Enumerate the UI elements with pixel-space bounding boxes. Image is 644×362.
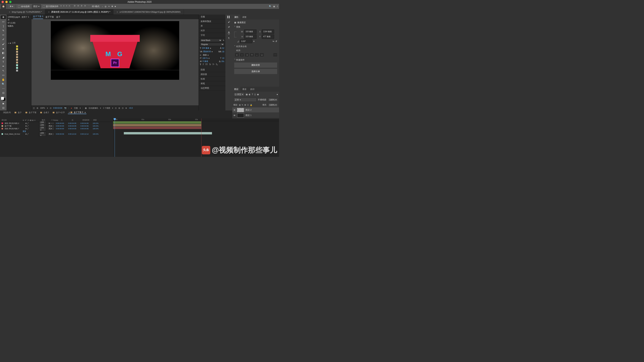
- 3d-icon[interactable]: ✦: [108, 5, 110, 8]
- flip-v-icon[interactable]: ⇵: [276, 40, 277, 43]
- proj-item[interactable]: [6, 53, 31, 56]
- doc-tab[interactable]: ×timg-9.jpeg @ 71.6%(RGB/8#) *: [6, 9, 45, 15]
- panel-brush[interactable]: 画笔: [199, 81, 226, 86]
- select-subject-button[interactable]: 选择主体: [234, 69, 277, 74]
- proj-item[interactable]: [6, 51, 31, 53]
- hand-tool[interactable]: ✋: [0, 78, 6, 82]
- view-icon[interactable]: ▦: [85, 107, 87, 109]
- align-icon[interactable]: ⊪: [81, 5, 83, 9]
- lock-icon[interactable]: ☐: [247, 104, 249, 106]
- font-style[interactable]: Regular: [200, 43, 224, 46]
- proj-item[interactable]: [6, 48, 31, 51]
- icon[interactable]: ⊡: [122, 107, 124, 109]
- 3d-icon[interactable]: ⬦: [102, 5, 103, 8]
- remove-bg-button[interactable]: 删除背景: [234, 63, 277, 68]
- canvas[interactable]: M G Pr: [51, 21, 179, 70]
- filter-icon[interactable]: ◻: [254, 93, 256, 96]
- bc-item[interactable]: 盒子下落 3: [33, 15, 43, 19]
- eyedropper-tool[interactable]: ✐: [0, 38, 6, 41]
- tl-layer[interactable]: 重置: [0, 130, 113, 133]
- more-icon[interactable]: ⋯: [273, 53, 277, 57]
- filter-toggle[interactable]: ●: [276, 93, 278, 96]
- layer-dropdown[interactable]: 图层 ▾: [32, 5, 41, 9]
- filter-icon[interactable]: ◐: [249, 93, 251, 96]
- lock-icon[interactable]: ⊞: [239, 104, 240, 106]
- proj-item[interactable]: [6, 64, 31, 67]
- res-icon[interactable]: ⊡: [50, 107, 51, 109]
- kind-filter[interactable]: Q 类型 ▾: [234, 92, 244, 97]
- lock-icon[interactable]: ✎: [242, 104, 243, 106]
- flip-h-icon[interactable]: ⇋: [272, 40, 274, 43]
- align-icon[interactable]: ⊪: [84, 5, 86, 9]
- gradient-tool[interactable]: ◢: [0, 55, 6, 59]
- crop-tool[interactable]: ✂: [0, 33, 6, 37]
- proj-item[interactable]: [6, 59, 31, 61]
- project-header[interactable]: ▸ ◆ 注释: [6, 41, 31, 45]
- layer-row[interactable]: 👁 图层 1: [232, 113, 279, 118]
- panel-paint[interactable]: 绘画: [199, 77, 226, 81]
- close-icon[interactable]: [2, 1, 4, 3]
- icon[interactable]: ⊕: [125, 107, 127, 109]
- track[interactable]: [113, 132, 279, 135]
- proj-item[interactable]: [6, 61, 31, 64]
- tl-tab[interactable]: × 盒子下落 3 ≡: [68, 111, 86, 114]
- track[interactable]: [113, 121, 279, 124]
- timecode[interactable]: 0:00:03:04: [53, 107, 62, 109]
- para-icon[interactable]: ¶: [228, 37, 230, 39]
- shape-tool[interactable]: ▭: [0, 73, 6, 77]
- zoom[interactable]: 100%: [40, 107, 45, 109]
- tab-adjust[interactable]: 调整: [240, 15, 248, 20]
- eraser-tool[interactable]: ◧: [0, 51, 6, 55]
- panel-para[interactable]: 段落: [199, 68, 226, 72]
- path-tool[interactable]: ↖: [0, 69, 6, 73]
- fill[interactable]: 100% ▾: [268, 103, 278, 107]
- align-middle-icon[interactable]: ⫠: [255, 53, 259, 57]
- move-tool[interactable]: ✥: [0, 15, 6, 19]
- 3d-icon[interactable]: ◍: [105, 5, 106, 8]
- align-bottom-icon[interactable]: ⊔: [260, 53, 264, 57]
- show-transform[interactable]: 显示变换控件: [42, 5, 60, 9]
- time-ruler[interactable]: 00s 01s 02s 03s: [113, 119, 279, 121]
- panel-audio[interactable]: 音频: [199, 15, 226, 19]
- grid-icon[interactable]: ⊞: [36, 107, 38, 109]
- eye-icon[interactable]: 👁: [234, 114, 236, 117]
- align-icon[interactable]: ≡: [68, 5, 70, 9]
- doc-tab[interactable]: ×屏幕快照 2020-04-17 11.06.42.png @ 100% (图层…: [45, 9, 114, 15]
- layer-row[interactable]: 👁 图层 2: [232, 107, 279, 113]
- auto-select[interactable]: 自动选择:: [17, 5, 31, 9]
- share-icon[interactable]: ⇧: [276, 5, 278, 8]
- tl-layer[interactable]: Dust_Wave_02.mov⊕ ╱正常 ▾无 ▾0:00:00:090:00…: [0, 133, 113, 135]
- brush-icon[interactable]: 🖌: [228, 21, 230, 23]
- bc-item[interactable]: 盒子下落: [46, 16, 54, 19]
- more-tools[interactable]: ⋯: [0, 87, 6, 90]
- bc-item[interactable]: 盒子: [56, 16, 60, 19]
- align-top-icon[interactable]: ⊓: [250, 53, 254, 57]
- align-icon[interactable]: ⊪: [78, 5, 79, 9]
- align-center-icon[interactable]: ⫟: [240, 53, 244, 57]
- more-icon[interactable]: ⋯: [88, 5, 90, 9]
- 3d-icon[interactable]: ■: [114, 5, 116, 8]
- home-button[interactable]: 🏠: [1, 4, 6, 9]
- link-icon[interactable]: [234, 32, 236, 37]
- zoom-tool[interactable]: 🔍: [0, 82, 6, 86]
- panel-align[interactable]: 对齐: [199, 28, 226, 33]
- track[interactable]: [113, 124, 279, 127]
- brush-tool[interactable]: 🖌: [0, 42, 6, 46]
- frame-icon[interactable]: ▣: [273, 5, 275, 8]
- align-icon[interactable]: ≡: [66, 5, 67, 9]
- snapshot-icon[interactable]: ◫: [33, 107, 35, 109]
- proj-item[interactable]: [6, 56, 31, 59]
- align-left-icon[interactable]: ⊏: [235, 53, 239, 57]
- panel-char[interactable]: 字符: [199, 33, 226, 38]
- eyedropper-icon[interactable]: ✎: [223, 39, 224, 42]
- tl-layer[interactable]: 深色 洋红色 纯色 2⊕ ╱正常 ▾ ▾0:00:00:000:00:04:05…: [0, 122, 113, 125]
- tl-tab[interactable]: 盒子+文字: [52, 111, 66, 114]
- filter-icon[interactable]: T: [252, 93, 253, 96]
- tl-tab[interactable]: 盒子: [14, 111, 23, 114]
- font-family[interactable]: Arial Black: [200, 39, 222, 42]
- quick-select-tool[interactable]: ✎: [0, 29, 6, 33]
- proj-item[interactable]: [6, 45, 31, 48]
- opacity[interactable]: 100% ▾: [268, 98, 278, 102]
- quickmask-tool[interactable]: ◙: [0, 102, 6, 105]
- tl-layer[interactable]: 盒子下落⊕ ╱正常 ▾无 ▾0:00:00:000:00:04:050:00:0…: [0, 125, 113, 127]
